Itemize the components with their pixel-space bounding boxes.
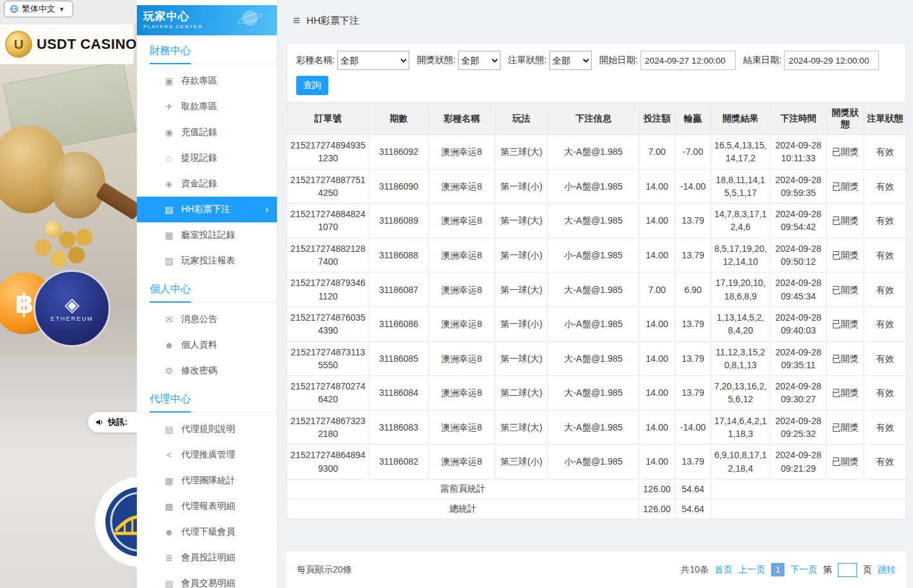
pager-controls: 共10条 首页 上一页 1 下一页 第 页 跳转: [680, 563, 896, 577]
language-label: 繁体中文: [22, 3, 55, 15]
hamburger-menu-icon[interactable]: ≡: [293, 13, 300, 28]
news-ticker: 快訊:: [88, 412, 137, 432]
cell-bet-amount: 14.00: [639, 204, 675, 238]
menu-label: 代理團隊統計: [181, 475, 235, 486]
cell-order-status: 有效: [864, 238, 907, 272]
cell-play: 第一球(小): [495, 238, 548, 272]
cell-period: 31186092: [369, 135, 429, 170]
cell-win-loss: 13.79: [675, 204, 711, 238]
user-icon: ☻: [164, 340, 174, 350]
sidebar-item-agent-report-detail[interactable]: ▩代理報表明細: [137, 494, 277, 519]
table-row: 215217274873113555031186085澳洲幸运8第一球(大)大-…: [287, 341, 907, 376]
order-status-select[interactable]: 全部: [549, 51, 592, 70]
share-icon: <: [164, 450, 174, 460]
page-jump-input[interactable]: [838, 563, 857, 577]
page-title: HH彩票下注: [306, 15, 359, 27]
cell-bet-time: 2024-09-28 09:25:32: [770, 410, 827, 445]
sidebar-item-room-bet-records[interactable]: ▦廳室投註記錄: [137, 222, 277, 248]
cell-win-loss: -7.00: [675, 135, 711, 170]
lottery-select[interactable]: 全部: [337, 51, 409, 70]
filter-label-order-status: 注單狀態:: [508, 55, 547, 66]
sidebar-item-cashout-records[interactable]: ⌂提現記錄: [137, 145, 277, 171]
cell-draw-status: 已開獎: [827, 341, 864, 376]
pagination-bar: 每頁顯示20條 共10条 首页 上一页 1 下一页 第 页 跳转: [287, 551, 906, 588]
pagination-current-page[interactable]: 1: [771, 563, 784, 576]
sidebar-item-hh-lottery-bets[interactable]: ▤HH彩票下注›: [137, 197, 277, 222]
cell-lottery-name: 澳洲幸运8: [429, 204, 495, 238]
sidebar-item-withdraw-zone[interactable]: ✈取款專區: [137, 94, 277, 120]
sidebar-item-member-bet-detail[interactable]: ≣會員投註明細: [137, 545, 277, 571]
cell-play: 第一球(小): [495, 307, 548, 341]
sidebar-item-deposit-zone[interactable]: ▣存款專區: [137, 68, 277, 94]
cell-period: 31186086: [369, 307, 429, 341]
sidebar-item-agent-promotion[interactable]: <代理推廣管理: [137, 442, 277, 468]
sidebar-item-announcements[interactable]: ✉消息公告: [137, 307, 277, 332]
col-header-lottery-name: 彩種名稱: [429, 103, 495, 135]
menu-label: 玩家投注報表: [181, 255, 235, 267]
draw-status-select[interactable]: 全部: [458, 51, 501, 70]
players-center-screen: 繁体中文 ▼ U USDT CASINO ฿ ◈ ETHEREUM 快訊:: [0, 0, 913, 588]
next-page-link[interactable]: 下一页: [790, 564, 817, 576]
sidebar-item-profile[interactable]: ☻個人資料: [137, 332, 277, 358]
filter-label-end-date: 結束日期:: [743, 55, 782, 66]
table-row: 215217274879346112031186087澳洲幸运8第一球(大)大-…: [287, 272, 907, 307]
cell-bet-amount: 14.00: [639, 307, 675, 341]
promo-background: 繁体中文 ▼ U USDT CASINO ฿ ◈ ETHEREUM 快訊:: [0, 0, 137, 588]
language-selector[interactable]: 繁体中文 ▼: [4, 1, 73, 17]
menu-label: 存款專區: [181, 75, 217, 87]
col-header-order-status: 注單狀態: [864, 103, 907, 135]
total-count-label: 共10条: [680, 564, 709, 576]
table-header-row: 訂單號 期數 彩種名稱 玩法 下注信息 投注額 輸贏 開獎結果 下注時間 開獎狀…: [287, 103, 907, 135]
sidebar-item-recharge-records[interactable]: ◉充值記錄: [137, 120, 277, 145]
money-bag-decoration: [50, 152, 105, 218]
cell-draw-result: 18,8,11,14,15,5,1,17: [711, 169, 770, 204]
menu-label: 廳室投註記錄: [181, 229, 235, 241]
cell-period: 31186085: [369, 341, 429, 376]
filter-label-start-date: 開始日期:: [599, 55, 638, 66]
col-header-play: 玩法: [495, 103, 548, 135]
recharge-record-icon: ◉: [164, 127, 174, 138]
chevron-right-icon: ›: [265, 204, 269, 215]
start-date-input[interactable]: [641, 51, 736, 70]
table-row: 215217274870274642031186084澳洲幸运8第二球(大)大-…: [287, 376, 907, 411]
cell-period: 31186090: [369, 169, 429, 204]
cell-draw-status: 已開獎: [827, 410, 864, 445]
cell-bet-time: 2024-09-28 09:54:42: [770, 204, 827, 238]
table-row: 215217274882128740031186088澳洲幸运8第一球(小)小-…: [287, 238, 907, 272]
cell-bet-info: 小-A盤@1.985: [548, 307, 639, 341]
doc-icon: ▤: [164, 424, 174, 434]
sidebar-item-fund-records[interactable]: ◈資金記錄: [137, 171, 277, 197]
end-date-input[interactable]: [784, 51, 879, 70]
section-title-personal: 個人中心: [137, 274, 277, 303]
cell-order-status: 有效: [864, 135, 907, 170]
filter-label-lottery: 彩種名稱:: [296, 55, 335, 66]
cell-order-status: 有效: [864, 169, 907, 204]
summary-bet-amount: 126.00: [639, 479, 675, 499]
page-summary-row: 當前頁統計 126.00 54.64: [287, 479, 907, 499]
search-button[interactable]: 查詢: [296, 76, 328, 95]
table-row: 215217274884824107031186089澳洲幸运8第一球(大)大-…: [287, 204, 907, 238]
sidebar-item-change-password[interactable]: ⚙修改密碼: [137, 358, 277, 384]
member-transaction-detail-icon: ▤: [164, 578, 174, 588]
bet-records-table: 訂單號 期數 彩種名稱 玩法 下注信息 投注額 輸贏 開獎結果 下注時間 開獎狀…: [287, 103, 907, 519]
cell-play: 第二球(大): [495, 376, 548, 411]
cell-lottery-name: 澳洲幸运8: [429, 135, 495, 170]
menu-label: 代理下級會員: [181, 526, 235, 538]
jump-button[interactable]: 跳转: [878, 564, 896, 576]
menu-label: 代理報表明細: [181, 501, 235, 512]
filter-panel: 彩種名稱: 全部 開獎狀態: 全部 注單狀態: 全部 開始日期: 結束日期: 查…: [287, 44, 906, 102]
withdraw-icon: ✈: [164, 102, 174, 112]
team-stats-icon: ▦: [164, 476, 174, 486]
cell-period: 31186084: [369, 376, 429, 411]
sidebar-item-agent-sub-members[interactable]: ☻代理下級會員: [137, 519, 277, 545]
cell-bet-amount: 7.00: [639, 272, 675, 307]
filter-label-draw-status: 開獎狀態:: [417, 55, 456, 66]
sidebar-item-agent-rules[interactable]: ▤代理規則說明: [137, 416, 277, 442]
sidebar-item-player-bet-report[interactable]: ▨玩家投注報表: [137, 248, 277, 274]
prev-page-link[interactable]: 上一页: [738, 564, 765, 576]
first-page-link[interactable]: 首页: [714, 564, 732, 576]
sidebar-header: 玩家中心 PLAYERS CENTER: [137, 5, 277, 35]
sidebar-item-member-transaction-detail[interactable]: ▤會員交易明細: [137, 571, 277, 588]
sidebar-item-agent-team-stats[interactable]: ▦代理團隊統計: [137, 468, 277, 494]
logo-text: USDT CASINO: [37, 36, 137, 53]
